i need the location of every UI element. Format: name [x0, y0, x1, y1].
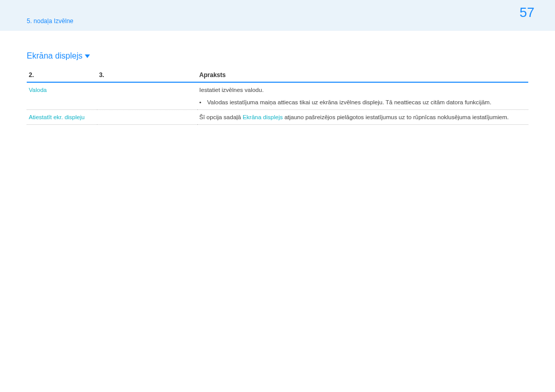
page-number: 57 — [520, 5, 534, 21]
row1-desc: Iestatiet izvēlnes valodu. — [197, 82, 528, 97]
bullet-icon: • — [199, 99, 206, 105]
table-header-col1: 2. — [27, 68, 97, 82]
row2-text-pre: Šī opcija sadaļā — [199, 114, 243, 120]
row1b-desc: • Valodas iestatījuma maiņa attiecas tik… — [197, 97, 528, 110]
breadcrumb[interactable]: 5. nodaļa Izvēlne — [27, 17, 73, 25]
row2-label: Atiestatīt ekr. displeju — [27, 110, 197, 125]
table-row: Atiestatīt ekr. displeju Šī opcija sadaļ… — [27, 110, 528, 125]
row1-label: Valoda — [27, 82, 197, 97]
row2-text-post: atjauno pašreizējos pielāgotos iestatīju… — [283, 114, 509, 120]
triangle-down-icon — [85, 54, 90, 58]
section-title: Ekrāna displejs — [27, 51, 528, 61]
row2-desc: Šī opcija sadaļā Ekrāna displejs atjauno… — [197, 110, 528, 125]
table-row: • Valodas iestatījuma maiņa attiecas tik… — [27, 97, 528, 110]
row2-inline-link: Ekrāna displejs — [243, 114, 283, 120]
row1b-empty — [27, 97, 197, 110]
table-header-col3: Apraksts — [197, 68, 528, 82]
content-area: Ekrāna displejs 2. 3. Apraksts Valoda Ie… — [0, 31, 555, 125]
header-bar: 5. nodaļa Izvēlne 57 — [0, 0, 555, 31]
table-row: Valoda Iestatiet izvēlnes valodu. — [27, 82, 528, 97]
table-header-col2: 3. — [97, 68, 197, 82]
settings-table: 2. 3. Apraksts Valoda Iestatiet izvēlnes… — [27, 68, 528, 125]
row1b-text: Valodas iestatījuma maiņa attiecas tikai… — [207, 99, 491, 105]
section-title-text: Ekrāna displejs — [27, 51, 83, 61]
